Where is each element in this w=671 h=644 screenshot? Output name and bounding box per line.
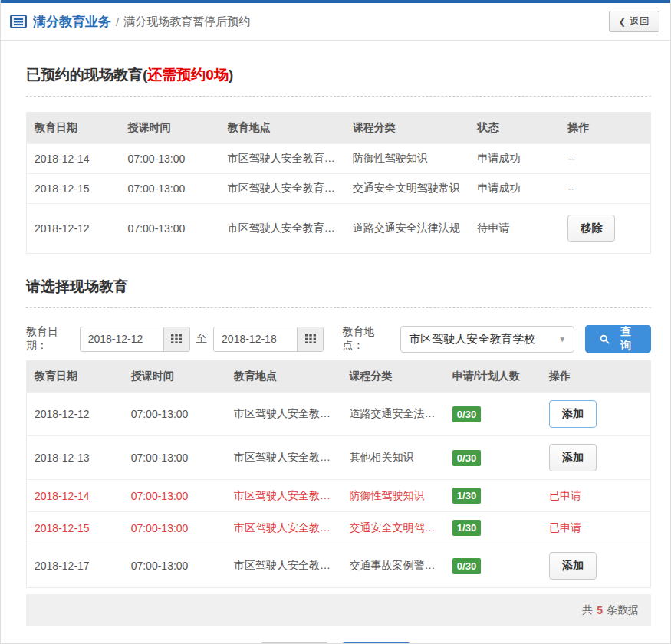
- table-row: 2018-12-15 07:00-13:00 市区驾驶人安全教育... 交通安全…: [27, 512, 651, 544]
- cell-date: 2018-12-15: [27, 512, 123, 544]
- cell-course: 防御性驾驶知识: [345, 144, 470, 174]
- date-from-group: [80, 327, 190, 352]
- query-button[interactable]: 查询: [585, 325, 651, 353]
- applied-status-text: 已申请: [549, 521, 581, 534]
- cell-course: 交通安全文明驾驶常识: [345, 174, 470, 204]
- cell-date: 2018-12-13: [27, 436, 123, 480]
- cell-date: 2018-12-12: [27, 204, 120, 254]
- filter-bar: 教育日期： 至: [26, 325, 651, 353]
- table-row: 2018-12-12 07:00-13:00 市区驾驶人安全教育... 道路交通…: [27, 393, 651, 436]
- col-header-date: 教育日期: [27, 113, 120, 144]
- breadcrumb-separator: /: [116, 15, 119, 28]
- page: 满分教育业务 / 满分现场教育暂停后预约 ❮ 返回 已预约的现场教育(还需预约0…: [0, 0, 671, 644]
- schedule-table-header-row: 教育日期 授课时间 教育地点 课程分类 申请/计划人数 操作: [27, 361, 651, 393]
- breadcrumb-root[interactable]: 满分教育业务: [33, 13, 111, 31]
- col-header-action: 操作: [560, 113, 650, 144]
- query-button-label: 查询: [615, 325, 636, 353]
- cell-date: 2018-12-15: [27, 174, 120, 204]
- table-row: 2018-12-12 07:00-13:00 市区驾驶人安全教育学校 道路交通安…: [27, 204, 651, 254]
- date-to-group: [213, 327, 324, 352]
- add-button[interactable]: 添加: [549, 444, 597, 472]
- col-header-status: 状态: [469, 113, 560, 144]
- count-badge: 1/30: [452, 520, 481, 536]
- list-icon: [10, 15, 27, 28]
- cell-time: 07:00-13:00: [123, 393, 226, 436]
- cell-place: 市区驾驶人安全教育...: [226, 544, 342, 588]
- cell-time: 07:00-13:00: [123, 480, 226, 512]
- total-suffix: 条数据: [607, 603, 639, 617]
- applied-status-text: 已申请: [549, 489, 581, 501]
- count-badge: 1/30: [452, 488, 481, 504]
- booked-title-close: ): [229, 67, 233, 83]
- cell-place: 市区驾驶人安全教育学校: [220, 204, 345, 254]
- cell-course: 道路交通安全法律法规: [342, 393, 445, 436]
- search-icon: [600, 334, 610, 344]
- chevron-down-icon: ▼: [558, 335, 566, 343]
- col-header-place: 教育地点: [220, 113, 345, 144]
- cell-action-none: --: [560, 144, 650, 174]
- col-header-date: 教育日期: [27, 361, 123, 393]
- place-select[interactable]: 市区驾驶人安全教育学校 ▼: [400, 326, 574, 353]
- place-select-value: 市区驾驶人安全教育学校: [409, 332, 558, 347]
- back-chevron-icon: ❮: [619, 17, 626, 27]
- col-header-course: 课程分类: [345, 113, 470, 144]
- cell-date: 2018-12-12: [27, 393, 123, 436]
- col-header-count: 申请/计划人数: [445, 361, 541, 393]
- cell-time: 07:00-13:00: [123, 436, 226, 480]
- cell-course: 道路交通安全法律法规: [345, 204, 470, 254]
- cell-status: 申请成功: [469, 174, 560, 204]
- cell-course: 其他相关知识: [342, 436, 445, 480]
- cell-course: 交通事故案例警示教育: [342, 544, 445, 588]
- cell-place: 市区驾驶人安全教育...: [226, 436, 342, 480]
- breadcrumb-current: 满分现场教育暂停后预约: [123, 15, 250, 29]
- back-button[interactable]: ❮ 返回: [609, 11, 659, 32]
- total-prefix: 共: [582, 603, 593, 617]
- table-row: 2018-12-17 07:00-13:00 市区驾驶人安全教育... 交通事故…: [27, 544, 651, 588]
- table-row: 2018-12-14 07:00-13:00 市区驾驶人安全教育... 防御性驾…: [27, 480, 651, 512]
- total-count-bar: 共 5 条数据: [26, 594, 651, 626]
- cell-status: 申请成功: [469, 144, 560, 174]
- cell-date: 2018-12-17: [27, 544, 123, 588]
- count-badge: 0/30: [452, 558, 481, 574]
- table-row: 2018-12-13 07:00-13:00 市区驾驶人安全教育... 其他相关…: [27, 436, 651, 480]
- booked-table: 教育日期 授课时间 教育地点 课程分类 状态 操作 2018-12-14 07:…: [26, 112, 651, 254]
- place-filter-label: 教育地点：: [342, 325, 396, 353]
- cell-time: 07:00-13:00: [120, 204, 220, 254]
- back-button-label: 返回: [630, 15, 650, 28]
- cell-place: 市区驾驶人安全教育...: [226, 393, 342, 436]
- select-section-title: 请选择现场教育: [26, 277, 651, 308]
- table-row: 2018-12-15 07:00-13:00 市区驾驶人安全教育学校 交通安全文…: [27, 174, 651, 204]
- cell-course: 防御性驾驶知识: [342, 480, 445, 512]
- add-button[interactable]: 添加: [549, 400, 597, 428]
- cell-action-none: --: [560, 174, 650, 204]
- calendar-icon[interactable]: [297, 327, 323, 351]
- cell-time: 07:00-13:00: [120, 144, 220, 174]
- booked-table-header-row: 教育日期 授课时间 教育地点 课程分类 状态 操作: [27, 113, 651, 144]
- count-badge: 0/30: [452, 450, 481, 466]
- count-badge: 0/30: [452, 406, 481, 422]
- col-header-time: 授课时间: [123, 361, 226, 393]
- booked-title-main: 已预约的现场教育(: [26, 67, 147, 83]
- col-header-course: 课程分类: [342, 361, 445, 393]
- header-bar: 满分教育业务 / 满分现场教育暂停后预约 ❮ 返回: [1, 3, 670, 41]
- add-button[interactable]: 添加: [549, 552, 597, 580]
- cell-place: 市区驾驶人安全教育学校: [220, 174, 345, 204]
- col-header-action: 操作: [541, 361, 651, 393]
- cell-date: 2018-12-14: [27, 480, 123, 512]
- date-range-to-label: 至: [196, 332, 207, 346]
- cell-place: 市区驾驶人安全教育学校: [220, 144, 345, 174]
- schedule-table: 教育日期 授课时间 教育地点 课程分类 申请/计划人数 操作 2018-12-1…: [26, 360, 651, 588]
- date-to-input[interactable]: [214, 327, 297, 351]
- remove-button[interactable]: 移除: [567, 215, 615, 242]
- cell-place: 市区驾驶人安全教育...: [226, 512, 342, 544]
- cell-date: 2018-12-14: [27, 144, 120, 174]
- total-count: 5: [597, 604, 603, 616]
- calendar-icon[interactable]: [163, 327, 189, 351]
- booked-section-title: 已预约的现场教育(还需预约0场): [26, 65, 651, 97]
- date-from-input[interactable]: [81, 327, 163, 351]
- cell-time: 07:00-13:00: [120, 174, 220, 204]
- date-filter-label: 教育日期：: [26, 325, 80, 353]
- booked-title-highlight: 还需预约0场: [147, 67, 229, 83]
- cell-status: 待申请: [469, 204, 560, 254]
- table-row: 2018-12-14 07:00-13:00 市区驾驶人安全教育学校 防御性驾驶…: [27, 144, 651, 174]
